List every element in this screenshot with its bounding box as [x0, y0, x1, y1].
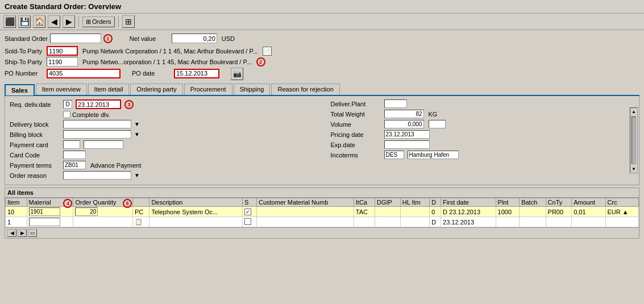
material-input-2[interactable] [29, 218, 60, 226]
po-date-row: PO date [132, 69, 219, 78]
payment-card-label: Payment card [10, 141, 61, 148]
orders-label: Orders [92, 18, 111, 25]
po-number-input[interactable] [47, 69, 121, 78]
tab-shipping[interactable]: Shipping [234, 84, 271, 95]
copy-icon[interactable]: 📋 [135, 218, 143, 225]
req-deliv-date-input[interactable] [76, 99, 121, 109]
tab-content-sales: Req. deliv.date 3 Complete dlv. Delivery… [5, 96, 639, 185]
scroll-track[interactable] [631, 116, 636, 164]
card-code-row: Card Code [10, 151, 314, 159]
items-section-label: All items [7, 189, 34, 196]
standard-order-label: Standard Order [5, 35, 48, 42]
sold-to-code-input[interactable] [47, 46, 78, 56]
pricing-date-input[interactable] [384, 130, 430, 139]
tabs-bar: Sales Item overview Item detail Ordering… [5, 84, 639, 96]
main-area: Standard Order 1 Net value USD Sold-To P… [0, 30, 644, 242]
cell-batch-new [520, 217, 546, 227]
volume-unit-input[interactable] [429, 120, 446, 128]
checkbox-s-2[interactable] [244, 218, 251, 225]
volume-row: Volume [331, 120, 635, 128]
deliver-plant-input[interactable] [384, 99, 407, 108]
incoterms-desc-input[interactable] [408, 151, 459, 159]
camera-icon[interactable]: 📷 [231, 68, 243, 80]
payment-card-input2[interactable] [84, 140, 123, 149]
cell-amount: 0,01 [572, 207, 605, 217]
material-input-1[interactable] [29, 207, 60, 216]
net-value-label: Net value [130, 35, 169, 42]
order-reason-dropdown-icon[interactable]: ▼ [134, 172, 140, 178]
cell-material [27, 207, 73, 217]
cell-itca-new [354, 217, 375, 227]
scroll-up-arrow[interactable]: ▲ [630, 108, 637, 115]
nav-prev-btn[interactable]: ◀ [7, 229, 16, 237]
col-crc: Crc [605, 198, 638, 207]
deliver-plant-row: Deliver.Plant [331, 99, 635, 108]
sales-fields: Req. deliv.date 3 Complete dlv. Delivery… [10, 99, 634, 181]
col-order-qty: Order Quantity 5 [73, 198, 133, 207]
nav-next-btn[interactable]: ▶ [18, 229, 27, 237]
net-value-input[interactable] [172, 34, 217, 43]
cell-first-date-new: 23.12.2013 [441, 217, 496, 227]
billing-block-label: Billing block [10, 131, 61, 138]
cell-hl-itm [400, 207, 430, 217]
cell-itca: TAC [354, 207, 375, 217]
scroll-down-arrow[interactable]: ▼ [630, 165, 637, 173]
col-s: S [242, 198, 256, 207]
order-qty-input-1[interactable] [75, 207, 98, 216]
billing-block-dropdown-icon[interactable]: ▼ [134, 131, 140, 138]
ship-to-code-input[interactable] [47, 57, 78, 66]
delivery-block-input[interactable] [63, 120, 131, 128]
complete-dlv-checkbox-label[interactable]: Complete dlv. [63, 111, 110, 118]
toolbar-btn-2[interactable]: 💾 [18, 15, 31, 28]
toolbar-btn-1[interactable]: ⬛ [3, 15, 16, 28]
table-row: 10 PC Telephone System Oc... ✓ TAC 0 D 2… [6, 207, 639, 217]
sold-to-doc-icon[interactable]: 📄 [263, 47, 272, 56]
checkbox-s-1[interactable]: ✓ [244, 209, 251, 215]
toolbar-btn-3[interactable]: 🏠 [33, 15, 45, 28]
col-hl-itm: HL Itm [400, 198, 430, 207]
payment-card-input1[interactable] [63, 140, 80, 149]
cell-cust-mat-new [257, 217, 354, 227]
req-deliv-label: Req. deliv.date [10, 101, 61, 108]
standard-order-input[interactable] [50, 34, 101, 43]
toolbar-btn-5[interactable]: ▶ [63, 15, 75, 28]
orders-button[interactable]: ⊞ Orders [82, 16, 115, 27]
tab-item-detail[interactable]: Item detail [88, 84, 130, 95]
table-nav: ◀ ▶ ▭ [5, 228, 639, 239]
volume-input[interactable] [384, 120, 424, 128]
exp-date-input[interactable] [384, 140, 430, 149]
cell-hl-itm-new [400, 217, 430, 227]
nav-expand-btn[interactable]: ▭ [28, 229, 37, 237]
cell-plnt: 1000 [496, 207, 520, 217]
toolbar-btn-save[interactable]: ⊞ [122, 15, 135, 28]
cell-plnt-new [496, 217, 520, 227]
exp-date-label: Exp.date [331, 141, 382, 148]
cell-item: 10 [6, 207, 27, 217]
incoterms-code-input[interactable] [384, 151, 404, 159]
total-weight-input[interactable] [384, 110, 424, 118]
tab-ordering-party[interactable]: Ordering party [130, 84, 182, 95]
col-amount: Amount [572, 198, 605, 207]
po-date-input[interactable] [174, 69, 219, 78]
cell-item-new: 1 [6, 217, 27, 227]
payment-terms-desc: Advance Payment [90, 162, 141, 169]
complete-dlv-checkbox[interactable] [63, 111, 70, 118]
items-header: All items [5, 188, 639, 197]
pricing-date-label: Pricing date [331, 131, 382, 138]
delivery-block-dropdown-icon[interactable]: ▼ [134, 121, 140, 127]
req-deliv-d-input[interactable] [63, 100, 72, 109]
po-number-label: PO Number [5, 70, 44, 77]
tab-reason-rejection[interactable]: Reason for rejection [271, 84, 339, 95]
tab-scrollbar[interactable]: ▲ ▼ [630, 107, 638, 173]
payment-terms-input[interactable] [63, 161, 86, 169]
tab-sales[interactable]: Sales [5, 84, 35, 95]
tab-item-overview[interactable]: Item overview [36, 84, 87, 95]
card-code-input[interactable] [63, 151, 86, 159]
billing-block-input[interactable] [63, 130, 131, 139]
toolbar-btn-4[interactable]: ◀ [48, 15, 60, 28]
tab-procurement[interactable]: Procurement [184, 84, 232, 95]
cell-d: 0 [430, 207, 441, 217]
sales-right-col: Deliver.Plant Total Weight KG Volume Pri… [331, 99, 635, 181]
order-reason-input[interactable] [63, 171, 131, 180]
cell-dgip-new [375, 217, 401, 227]
